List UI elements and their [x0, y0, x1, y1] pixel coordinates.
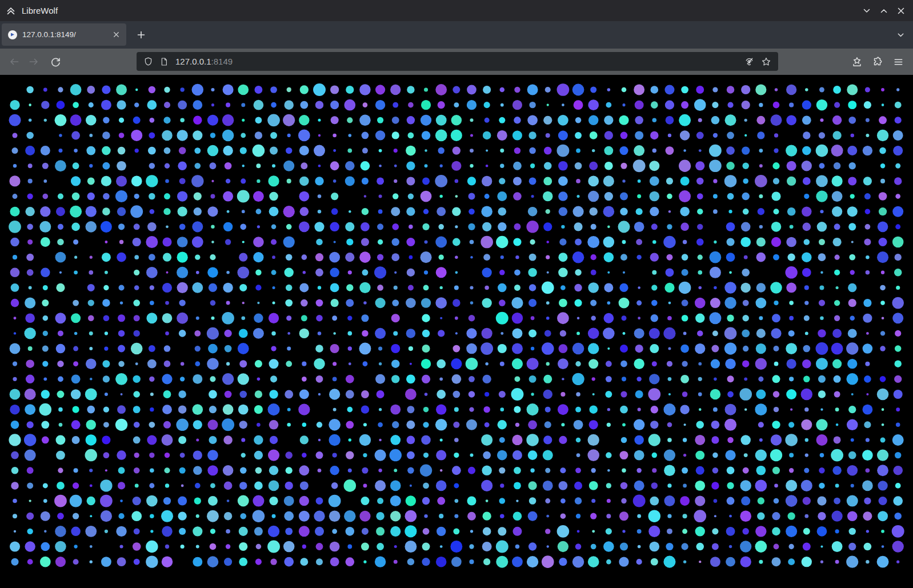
tab-close-button[interactable] [109, 28, 123, 42]
tab-label: 127.0.0.1:8149/ [22, 30, 109, 39]
back-button[interactable] [5, 53, 24, 71]
menu-hamburger-icon[interactable] [888, 53, 908, 71]
extensions-puzzle-icon[interactable] [867, 53, 888, 71]
navigation-toolbar: 127.0.0.1:8149 [0, 49, 913, 75]
window-title: LibreWolf [22, 6, 58, 15]
plus-icon [137, 30, 146, 39]
library-star-tray-icon[interactable] [847, 53, 867, 71]
fingerprint-protection-icon[interactable] [740, 54, 758, 70]
window-controls [858, 0, 910, 21]
bookmark-star-icon[interactable] [758, 54, 775, 70]
toolbar-right-actions [847, 53, 908, 71]
shield-icon[interactable] [140, 57, 156, 66]
arrow-left-icon [9, 56, 20, 67]
new-tab-button[interactable] [131, 27, 150, 43]
reload-button[interactable] [46, 53, 65, 71]
tab-favicon-icon [8, 30, 17, 39]
url-bar[interactable]: 127.0.0.1:8149 [137, 52, 778, 71]
close-icon [113, 31, 120, 38]
url-bar-actions [740, 54, 775, 70]
url-host: 127.0.0.1 [175, 57, 211, 66]
arrow-right-icon [28, 56, 39, 67]
minimize-button[interactable] [858, 2, 875, 19]
forward-button[interactable] [24, 53, 43, 71]
app-menu-icon[interactable] [6, 6, 16, 16]
maximize-button[interactable] [875, 2, 892, 19]
url-port: :8149 [211, 57, 233, 66]
reload-icon [50, 57, 61, 67]
window-titlebar: LibreWolf [0, 0, 913, 21]
chevron-down-icon [896, 31, 905, 39]
close-icon [896, 6, 906, 15]
tab-bar: 127.0.0.1:8149/ [0, 21, 913, 49]
url-text: 127.0.0.1:8149 [175, 57, 740, 66]
tab-active[interactable]: 127.0.0.1:8149/ [2, 23, 126, 46]
chevron-down-icon [862, 6, 871, 15]
chevron-up-icon [879, 6, 888, 15]
dot-grid-canvas [0, 75, 913, 588]
list-all-tabs-button[interactable] [892, 27, 909, 43]
page-info-icon[interactable] [156, 57, 172, 66]
close-button[interactable] [892, 2, 910, 19]
